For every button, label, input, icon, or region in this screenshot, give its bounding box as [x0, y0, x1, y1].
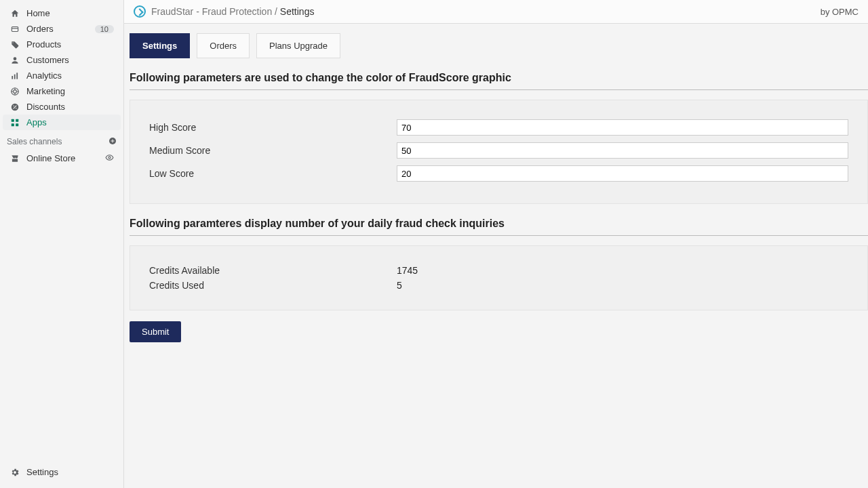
svg-rect-13: [16, 123, 18, 126]
sales-channels-header: Sales channels: [0, 130, 123, 150]
sidebar-item-customers[interactable]: Customers: [3, 52, 121, 68]
analytics-icon: [9, 70, 20, 81]
gear-icon: [9, 467, 20, 478]
svg-rect-2: [12, 76, 13, 79]
submit-button[interactable]: Submit: [130, 321, 181, 342]
row-high-score: High Score: [149, 119, 848, 136]
content: Settings Orders Plans Upgrade Following …: [124, 24, 868, 342]
topbar: FraudStar - Fraud Protection / Settings …: [124, 0, 868, 24]
view-store-icon[interactable]: [105, 153, 114, 163]
breadcrumb-app[interactable]: FraudStar - Fraud Protection: [151, 6, 272, 17]
sidebar-item-apps[interactable]: Apps: [3, 115, 121, 130]
marketing-icon: [9, 86, 20, 97]
svg-point-15: [108, 157, 111, 159]
svg-point-8: [13, 105, 14, 106]
svg-point-1: [14, 57, 17, 60]
add-channel-icon[interactable]: [108, 137, 117, 146]
sidebar-item-products[interactable]: Products: [3, 37, 121, 52]
sidebar-item-marketing[interactable]: Marketing: [3, 83, 121, 99]
sales-channels-label: Sales channels: [7, 137, 62, 146]
section-title-credits: Following paramteres display number of y…: [130, 218, 868, 230]
sidebar-item-label: Marketing: [26, 86, 114, 96]
value-credits-available: 1745: [397, 265, 418, 276]
sidebar-item-label: Apps: [26, 117, 114, 127]
tab-settings[interactable]: Settings: [130, 33, 190, 58]
label-credits-available: Credits Available: [149, 265, 397, 276]
svg-point-6: [14, 89, 17, 93]
discounts-icon: [9, 102, 20, 113]
sidebar-nav: Home Orders 10 Products Customers: [0, 5, 123, 459]
orders-badge: 10: [95, 25, 114, 33]
row-credits-used: Credits Used 5: [149, 280, 848, 291]
label-high-score: High Score: [149, 122, 397, 133]
svg-rect-11: [16, 119, 18, 121]
orders-icon: [9, 24, 20, 35]
sidebar-item-label: Customers: [26, 55, 114, 65]
tab-orders[interactable]: Orders: [197, 33, 250, 58]
main: FraudStar - Fraud Protection / Settings …: [124, 0, 868, 488]
credits-card: Credits Available 1745 Credits Used 5: [130, 245, 868, 310]
products-icon: [9, 39, 20, 50]
sidebar-item-home[interactable]: Home: [3, 5, 121, 21]
sidebar-item-discounts[interactable]: Discounts: [3, 99, 121, 115]
byline: by OPMC: [821, 7, 859, 17]
tab-plans-upgrade[interactable]: Plans Upgrade: [256, 33, 340, 58]
breadcrumb: FraudStar - Fraud Protection / Settings: [151, 6, 314, 17]
row-low-score: Low Score: [149, 165, 848, 182]
sidebar-item-label: Home: [26, 8, 114, 18]
label-credits-used: Credits Used: [149, 280, 397, 291]
svg-rect-3: [14, 74, 16, 79]
divider: [130, 235, 868, 236]
svg-point-9: [16, 107, 17, 108]
sidebar-item-label: Online Store: [26, 153, 105, 163]
row-credits-available: Credits Available 1745: [149, 265, 848, 276]
divider: [130, 89, 868, 90]
sidebar: Home Orders 10 Products Customers: [0, 0, 124, 488]
sidebar-item-online-store[interactable]: Online Store: [3, 150, 121, 166]
home-icon: [9, 8, 20, 19]
sidebar-item-analytics[interactable]: Analytics: [3, 68, 121, 83]
tabs: Settings Orders Plans Upgrade: [130, 33, 868, 58]
store-icon: [9, 153, 20, 164]
app-logo-icon: [134, 5, 146, 18]
score-thresholds-card: High Score Medium Score Low Score: [130, 100, 868, 204]
sidebar-item-label: Discounts: [26, 102, 114, 112]
svg-rect-12: [12, 123, 14, 126]
svg-rect-4: [16, 73, 18, 79]
svg-rect-0: [12, 26, 18, 31]
input-medium-score[interactable]: [397, 142, 848, 159]
input-high-score[interactable]: [397, 119, 848, 136]
label-low-score: Low Score: [149, 168, 397, 179]
input-low-score[interactable]: [397, 165, 848, 182]
customers-icon: [9, 55, 20, 66]
value-credits-used: 5: [397, 280, 402, 291]
row-medium-score: Medium Score: [149, 142, 848, 159]
section-title-colors: Following parameters are used to change …: [130, 72, 868, 84]
apps-icon: [9, 117, 20, 128]
label-medium-score: Medium Score: [149, 145, 397, 156]
sidebar-footer: Settings: [0, 459, 123, 488]
sidebar-item-label: Orders: [26, 24, 95, 34]
sidebar-item-orders[interactable]: Orders 10: [3, 21, 121, 37]
svg-rect-10: [12, 119, 14, 121]
sidebar-item-label: Products: [26, 39, 114, 49]
sidebar-item-label: Analytics: [26, 70, 114, 81]
sidebar-item-settings[interactable]: Settings: [3, 464, 121, 480]
sidebar-item-label: Settings: [26, 467, 114, 477]
breadcrumb-current: Settings: [280, 6, 315, 17]
